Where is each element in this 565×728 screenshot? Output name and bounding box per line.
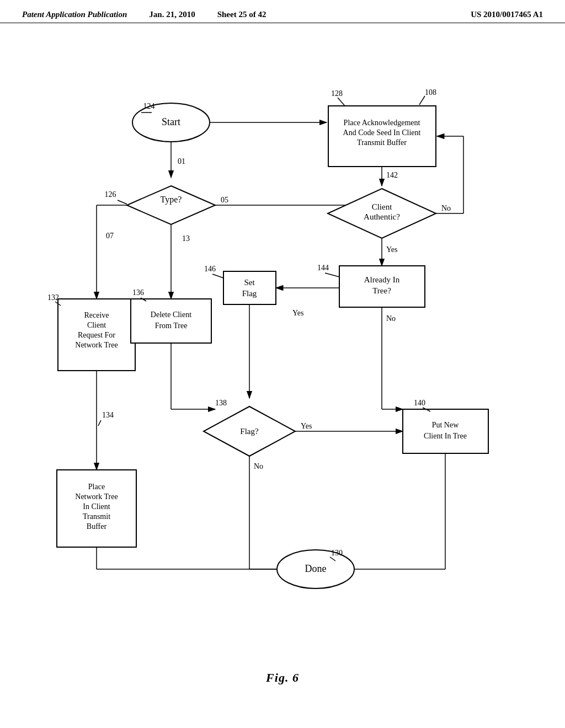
svg-text:134: 134	[102, 411, 114, 419]
svg-line-23	[419, 96, 425, 105]
svg-line-41	[325, 273, 339, 277]
header-title: Patent Application Publication	[22, 10, 127, 19]
svg-text:138: 138	[215, 399, 227, 407]
svg-text:01: 01	[178, 157, 185, 165]
svg-text:128: 128	[331, 89, 343, 98]
svg-text:Done: Done	[305, 563, 327, 574]
svg-text:Buffer: Buffer	[87, 522, 107, 531]
svg-text:Put New: Put New	[432, 421, 460, 429]
svg-text:Type?: Type?	[161, 195, 182, 205]
svg-text:Client: Client	[87, 321, 106, 329]
svg-text:07: 07	[106, 232, 114, 240]
svg-text:05: 05	[221, 196, 228, 204]
diagram-container: Start 124 01 Type? 126 05 07 13 Place A	[0, 23, 565, 702]
svg-text:Receive: Receive	[84, 311, 109, 319]
svg-text:Client In Tree: Client In Tree	[424, 432, 467, 440]
svg-text:146: 146	[204, 265, 216, 273]
svg-text:142: 142	[386, 171, 398, 179]
svg-text:Yes: Yes	[292, 309, 303, 317]
svg-line-51	[212, 274, 223, 278]
svg-text:Tree?: Tree?	[372, 286, 391, 295]
header: Patent Application Publication Jan. 21, …	[0, 0, 565, 23]
svg-text:And Code Seed In Client: And Code Seed In Client	[343, 129, 421, 137]
svg-text:From Tree: From Tree	[155, 322, 188, 330]
svg-marker-7	[127, 186, 215, 224]
svg-text:No: No	[441, 204, 451, 212]
svg-text:13: 13	[182, 234, 190, 243]
svg-rect-78	[403, 409, 488, 453]
svg-text:126: 126	[105, 190, 116, 199]
svg-text:No: No	[386, 314, 396, 323]
svg-text:Flag: Flag	[242, 289, 257, 298]
svg-text:130: 130	[331, 549, 343, 557]
svg-line-69	[98, 420, 101, 426]
svg-text:140: 140	[414, 399, 425, 407]
svg-text:124: 124	[143, 102, 155, 110]
header-patent: US 2010/0017465 A1	[471, 10, 543, 19]
svg-rect-60	[131, 299, 211, 343]
svg-line-25	[338, 98, 345, 106]
svg-text:Delete Client: Delete Client	[151, 311, 191, 319]
fig-label: Fig. 6	[266, 671, 299, 685]
svg-text:Transmit Buffer: Transmit Buffer	[357, 138, 407, 147]
svg-text:108: 108	[425, 88, 436, 97]
svg-text:Transmit: Transmit	[83, 512, 110, 521]
svg-text:144: 144	[317, 264, 329, 272]
svg-text:Authentic?: Authentic?	[364, 212, 400, 221]
svg-text:Place Acknowledgement: Place Acknowledgement	[344, 119, 420, 127]
header-date: Jan. 21, 2010	[149, 10, 195, 19]
svg-text:No: No	[254, 462, 263, 470]
svg-text:Request For: Request For	[78, 331, 115, 339]
svg-line-10	[118, 200, 127, 204]
header-sheet: Sheet 25 of 42	[217, 10, 266, 19]
svg-text:Already In: Already In	[364, 275, 400, 284]
svg-text:In Client: In Client	[83, 502, 110, 511]
svg-text:Yes: Yes	[301, 422, 312, 430]
svg-text:Network Tree: Network Tree	[75, 493, 118, 501]
svg-text:Client: Client	[372, 202, 392, 211]
svg-text:Network Tree: Network Tree	[75, 341, 118, 349]
svg-rect-47	[223, 271, 276, 304]
svg-text:Start: Start	[162, 116, 180, 127]
svg-text:136: 136	[132, 288, 144, 297]
svg-text:Place: Place	[88, 483, 105, 491]
svg-text:Set: Set	[244, 278, 255, 287]
svg-text:Yes: Yes	[386, 245, 397, 254]
svg-text:Flag?: Flag?	[240, 427, 259, 436]
svg-text:132: 132	[47, 293, 59, 302]
